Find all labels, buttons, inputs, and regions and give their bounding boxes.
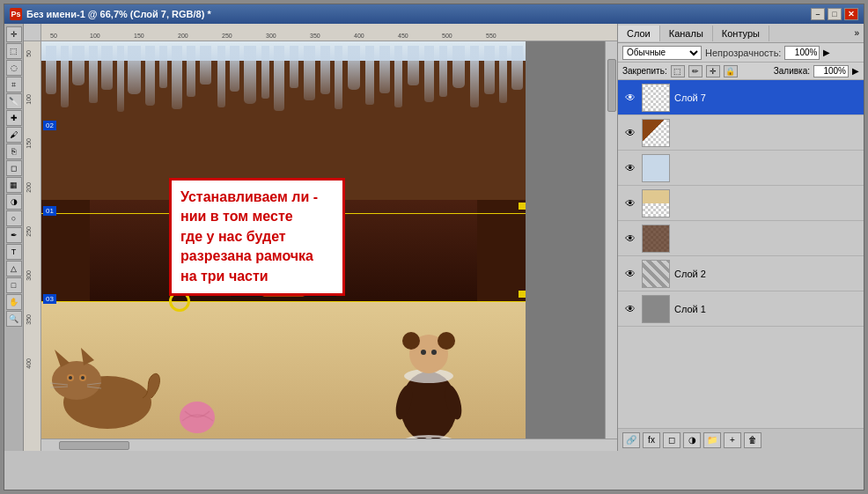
icicle	[408, 46, 419, 85]
layer-new-btn[interactable]: +	[724, 432, 741, 448]
icicle	[499, 46, 507, 103]
layer-eye-1[interactable]: 👁	[622, 301, 638, 317]
canvas-area: 50 100 150 200 250 300 350 400 450 500 5…	[24, 24, 617, 451]
ps-icon: Ps	[10, 8, 22, 20]
tools-panel: ✛ ⬚ ◌ ⌗ 🔪 ✚ 🖌 ⎘ ◻ ▦ ◑ ○ ✒ T △ □ ✋ 🔍	[4, 24, 24, 451]
layers-list: 👁 Слой 7 👁 👁	[618, 80, 864, 428]
tool-lasso[interactable]: ◌	[6, 60, 22, 76]
guide-label-3: 03	[43, 294, 56, 304]
layer-eye-6[interactable]: 👁	[622, 125, 638, 141]
layer-delete-btn[interactable]: 🗑	[744, 432, 761, 448]
lock-transparent-btn[interactable]: ⬚	[671, 65, 685, 77]
icicle	[320, 46, 330, 94]
layer-eye-4[interactable]: 👁	[622, 195, 638, 211]
icicle	[484, 46, 495, 94]
tool-path[interactable]: △	[6, 261, 22, 276]
svg-point-8	[81, 376, 85, 380]
tool-move[interactable]: ✛	[6, 26, 22, 42]
icicle	[424, 46, 434, 102]
vertical-scrollbar[interactable]	[605, 41, 617, 439]
tool-select[interactable]: ⬚	[6, 43, 22, 59]
layer-thumb-7	[642, 84, 670, 112]
icicle	[172, 46, 182, 109]
layer-eye-7[interactable]: 👁	[622, 90, 638, 106]
icicle	[217, 46, 225, 107]
layer-item-3[interactable]: 👁	[618, 221, 864, 256]
icicle	[61, 46, 69, 107]
close-button[interactable]: ✕	[844, 8, 858, 20]
tool-zoom[interactable]: 🔍	[6, 311, 22, 327]
annotation-text: Устанавливаем ли -нии в том местегде у н…	[180, 189, 318, 284]
scrollbar-h-thumb[interactable]	[59, 441, 129, 450]
opacity-expand[interactable]: ▶	[823, 48, 830, 57]
svg-point-2	[52, 361, 101, 400]
layer-toolbar: 🔗 fx ◻ ◑ 📁 + 🗑	[618, 428, 864, 451]
opacity-label: Непрозрачность:	[705, 48, 781, 58]
layer-mask-btn[interactable]: ◻	[663, 432, 680, 448]
icicle	[261, 46, 269, 99]
tool-hand[interactable]: ✋	[6, 294, 22, 310]
yarn-ball	[178, 398, 217, 433]
fill-expand[interactable]: ▶	[852, 66, 859, 76]
layer-adjust-btn[interactable]: ◑	[683, 432, 701, 448]
blend-mode-select[interactable]: Обычные	[622, 46, 702, 60]
icicle	[439, 46, 447, 97]
tab-channels[interactable]: Каналы	[660, 26, 713, 41]
icicle	[379, 46, 390, 93]
lock-image-btn[interactable]: ✏	[688, 65, 702, 77]
tool-text[interactable]: T	[6, 244, 22, 260]
lock-all-btn[interactable]: 🔒	[724, 65, 738, 77]
fill-label: Заливка:	[774, 66, 810, 76]
icicle	[511, 46, 523, 90]
layer-item-1[interactable]: 👁 Слой 1	[618, 291, 864, 327]
tool-shape[interactable]: □	[6, 277, 22, 293]
layer-name-2: Слой 2	[674, 269, 859, 279]
blend-row: Обычные Непрозрачность: ▶	[618, 43, 864, 63]
horizontal-scrollbar[interactable]	[41, 439, 617, 451]
icicle	[159, 46, 167, 88]
guide-line-3	[41, 301, 526, 302]
minimize-button[interactable]: –	[811, 8, 825, 20]
layer-name-7: Слой 7	[674, 92, 859, 103]
tool-dodge[interactable]: ○	[6, 210, 22, 226]
layer-item-5[interactable]: 👁	[618, 151, 864, 186]
layer-item-2[interactable]: 👁 Слой 2	[618, 256, 864, 291]
icicle	[348, 46, 360, 90]
layer-eye-2[interactable]: 👁	[622, 266, 638, 282]
tool-pen[interactable]: ✒	[6, 227, 22, 243]
tool-slice[interactable]: 🔪	[6, 93, 22, 109]
layer-item-6[interactable]: 👁	[618, 115, 864, 151]
tab-paths[interactable]: Контуры	[713, 26, 769, 41]
icicle	[72, 46, 85, 85]
tool-eraser[interactable]: ◻	[6, 160, 22, 176]
layer-eye-5[interactable]: 👁	[622, 160, 638, 176]
guide-label-1: 01	[43, 206, 56, 216]
layer-fx-btn[interactable]: fx	[643, 432, 660, 448]
layer-link-btn[interactable]: 🔗	[622, 432, 640, 448]
layer-item-4[interactable]: 👁	[618, 186, 864, 221]
maximize-button[interactable]: □	[828, 8, 842, 20]
icicle	[335, 46, 342, 109]
lock-position-btn[interactable]: ✛	[706, 65, 720, 77]
guide-arrow-1	[519, 203, 526, 210]
layer-item-7[interactable]: 👁 Слой 7	[618, 80, 864, 115]
layer-thumb-4	[642, 189, 670, 218]
tool-crop[interactable]: ⌗	[6, 77, 22, 92]
tool-clone[interactable]: ⎘	[6, 144, 22, 159]
icicle	[452, 46, 465, 88]
main-area: ✛ ⬚ ◌ ⌗ 🔪 ✚ 🖌 ⎘ ◻ ▦ ◑ ○ ✒ T △ □ ✋ 🔍 50	[4, 24, 864, 451]
tab-layers[interactable]: Слои	[618, 26, 660, 41]
panel-collapse[interactable]: »	[850, 26, 864, 40]
panel-tabs: Слои Каналы Контуры »	[618, 24, 864, 43]
tool-blur[interactable]: ◑	[6, 194, 22, 210]
fill-input[interactable]	[813, 65, 849, 77]
title-bar: Ps Без имени-1 @ 66,7% (Слой 7, RGB/8) *…	[4, 4, 864, 24]
window-title: Без имени-1 @ 66,7% (Слой 7, RGB/8) *	[26, 9, 811, 19]
scrollbar-v-thumb[interactable]	[607, 59, 616, 112]
tool-brush[interactable]: 🖌	[6, 127, 22, 143]
layer-folder-btn[interactable]: 📁	[703, 432, 721, 448]
opacity-input[interactable]	[784, 46, 820, 60]
tool-heal[interactable]: ✚	[6, 110, 22, 126]
layer-eye-3[interactable]: 👁	[622, 231, 638, 247]
tool-gradient[interactable]: ▦	[6, 177, 22, 193]
